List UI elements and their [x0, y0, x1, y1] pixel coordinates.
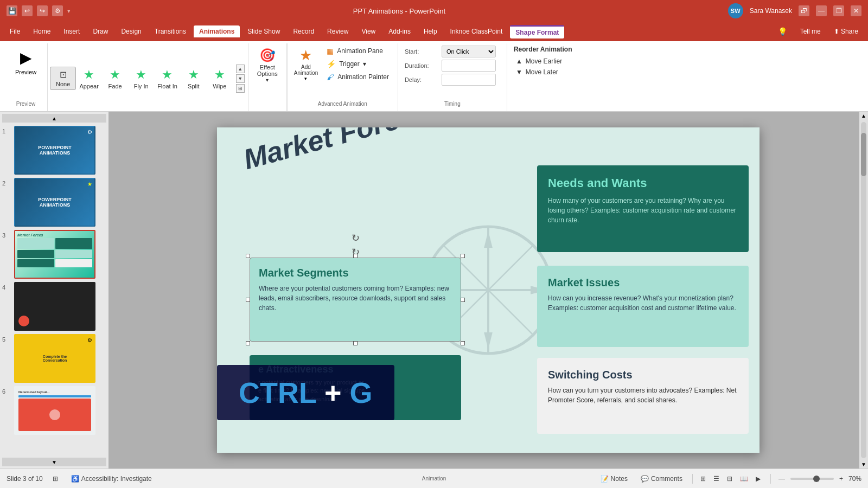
scroll-down-arrow[interactable]: ▼ — [860, 460, 867, 468]
slide-2-text: POWERPOINTANIMATIONS — [38, 197, 72, 208]
user-avatar[interactable]: SW — [728, 3, 743, 18]
menu-classpoint[interactable]: Inknoe ClassPoint — [445, 25, 508, 37]
canvas-area[interactable]: Market Forces ↻ ↻ — [108, 112, 868, 468]
scroll-thumb[interactable] — [861, 133, 866, 176]
delay-input[interactable] — [442, 74, 496, 86]
animation-painter-icon: 🖌 — [327, 73, 334, 81]
plus-sign: + — [324, 376, 350, 409]
slide-view-btn[interactable]: ⊞ — [49, 474, 61, 484]
move-later-button[interactable]: ▼ Move Later — [514, 67, 572, 77]
slide-item-1[interactable]: 1 POWERPOINTANIMATIONS ⚙ — [2, 126, 106, 175]
add-animation-button[interactable]: ★ Add Animation ▾ — [294, 47, 318, 81]
outline-view-btn[interactable]: ☰ — [710, 474, 723, 484]
slide-item-3[interactable]: 3 Market Forces — [2, 230, 106, 279]
animation-wipe[interactable]: ★ Wipe — [207, 66, 233, 92]
effect-options-button[interactable]: 🎯 EffectOptions ▾ — [253, 46, 282, 85]
menu-help[interactable]: Help — [418, 25, 443, 37]
slide-thumb-5[interactable]: Complete theConversation ⚙ — [14, 334, 95, 383]
zoom-out-btn[interactable]: — — [775, 474, 788, 484]
menu-record[interactable]: Record — [288, 25, 320, 37]
title-bar-right: SW Sara Wanasek 🗗 — ❐ ✕ — [728, 3, 861, 18]
preview-button[interactable]: ▶ Preview — [11, 46, 41, 79]
ribbon-collapse-icon[interactable]: 🗗 — [799, 5, 809, 16]
move-later-icon: ▼ — [516, 68, 522, 76]
move-earlier-button[interactable]: ▲ Move Earlier — [514, 56, 572, 66]
zoom-level: 70% — [848, 475, 861, 483]
slide-thumb-6[interactable]: Determined layout... — [14, 386, 95, 435]
move-later-label: Move Later — [526, 68, 558, 76]
lightbulb-icon[interactable]: 💡 — [773, 25, 793, 38]
animation-fade[interactable]: ★ Fade — [102, 66, 128, 92]
share-btn[interactable]: ⬆ Share — [828, 25, 864, 37]
add-animation-arrow: ▾ — [304, 76, 307, 81]
slide-panel-scroll-up[interactable]: ▲ — [2, 114, 106, 123]
anim-scroll-up[interactable]: ▲ — [236, 65, 245, 73]
start-select[interactable]: On Click With Previous After Previous — [442, 46, 496, 57]
menu-home[interactable]: Home — [28, 25, 56, 37]
rotation-icons: ↻ ↻ — [352, 232, 360, 258]
animation-appear[interactable]: ★ Appear — [76, 66, 102, 92]
slide-thumb-2[interactable]: POWERPOINTANIMATIONS ★ — [14, 178, 95, 227]
presenter-view-btn[interactable]: ▶ — [752, 474, 764, 484]
slide-number-3: 3 — [2, 230, 11, 239]
reading-view-btn[interactable]: 📖 — [737, 474, 751, 484]
scroll-track[interactable] — [861, 122, 866, 458]
menu-design[interactable]: Design — [116, 25, 146, 37]
anim-scroll-more[interactable]: ⊞ — [236, 84, 245, 93]
slide-sorter-btn[interactable]: ⊟ — [724, 474, 736, 484]
slide-thumb-3[interactable]: Market Forces — [14, 230, 95, 279]
rotate-icon-1: ↻ — [352, 232, 360, 244]
slide-item-6[interactable]: 6 Determined layout... — [2, 386, 106, 435]
redo-icon[interactable]: ↪ — [37, 5, 48, 16]
slide-item-4[interactable]: 4 — [2, 282, 106, 331]
menu-shape-format[interactable]: Shape Format — [510, 25, 564, 38]
reorder-group-label — [514, 107, 572, 109]
customize-icon[interactable]: ⚙ — [52, 5, 63, 16]
animation-none[interactable]: ⊡ None — [50, 67, 76, 90]
menu-file[interactable]: File — [4, 25, 25, 37]
minimize-icon[interactable]: — — [816, 5, 827, 16]
slide-thumb-1[interactable]: POWERPOINTANIMATIONS ⚙ — [14, 126, 95, 175]
notes-btn[interactable]: 📝 Notes — [597, 474, 631, 484]
save-icon[interactable]: 💾 — [7, 5, 17, 16]
close-icon[interactable]: ✕ — [851, 5, 861, 16]
animation-split[interactable]: ★ Split — [181, 66, 207, 92]
slide-item-5[interactable]: 5 Complete theConversation ⚙ — [2, 334, 106, 383]
advanced-animation-group: ★ Add Animation ▾ ▦ Animation Pane ⚡ Tri… — [287, 43, 398, 111]
zoom-slider[interactable] — [790, 478, 834, 480]
issues-box[interactable]: Market Issues How can you increase reven… — [537, 266, 749, 347]
animation-flyin[interactable]: ★ Fly In — [128, 66, 154, 92]
slide-thumb-4[interactable] — [14, 282, 95, 331]
accessibility-btn[interactable]: ♿ Accessibility: Investigate — [68, 474, 155, 484]
tell-me-label[interactable]: Tell me — [795, 25, 826, 37]
scroll-up-arrow[interactable]: ▲ — [860, 112, 867, 120]
menu-addins[interactable]: Add-ins — [383, 25, 416, 37]
appear-icon: ★ — [84, 68, 94, 82]
undo-icon[interactable]: ↩ — [22, 5, 33, 16]
menu-insert[interactable]: Insert — [58, 25, 85, 37]
slide-item-2[interactable]: 2 POWERPOINTANIMATIONS ★ — [2, 178, 106, 227]
slide-panel-scroll-down[interactable]: ▼ — [2, 458, 106, 466]
comments-btn[interactable]: 💬 Comments — [637, 474, 686, 484]
normal-view-btn[interactable]: ⊞ — [697, 474, 709, 484]
segment-box[interactable]: ↻ ↻ Market Segments Where are your poten… — [250, 258, 461, 342]
maximize-icon[interactable]: ❐ — [833, 5, 844, 16]
vertical-scrollbar[interactable]: ▲ ▼ — [859, 112, 868, 468]
switching-box[interactable]: Switching Costs How can you turn your cu… — [537, 358, 749, 434]
anim-scroll-down[interactable]: ▼ — [236, 74, 245, 83]
animation-painter-button[interactable]: 🖌 Animation Painter — [324, 72, 391, 82]
menu-review[interactable]: Review — [322, 25, 354, 37]
menu-view[interactable]: View — [356, 25, 381, 37]
trigger-button[interactable]: ⚡ Trigger ▾ — [324, 59, 391, 69]
move-earlier-icon: ▲ — [516, 57, 522, 65]
animation-floatin[interactable]: ★ Float In — [154, 66, 181, 92]
duration-input[interactable] — [442, 60, 496, 72]
animation-group-label: Animation — [422, 476, 446, 484]
menu-draw[interactable]: Draw — [87, 25, 113, 37]
needs-box[interactable]: Needs and Wants How many of your custome… — [537, 165, 749, 252]
menu-slideshow[interactable]: Slide Show — [242, 25, 285, 37]
menu-transitions[interactable]: Transitions — [149, 25, 192, 37]
zoom-in-btn[interactable]: + — [836, 474, 846, 484]
animation-pane-button[interactable]: ▦ Animation Pane — [324, 46, 391, 56]
menu-animations[interactable]: Animations — [194, 25, 240, 37]
